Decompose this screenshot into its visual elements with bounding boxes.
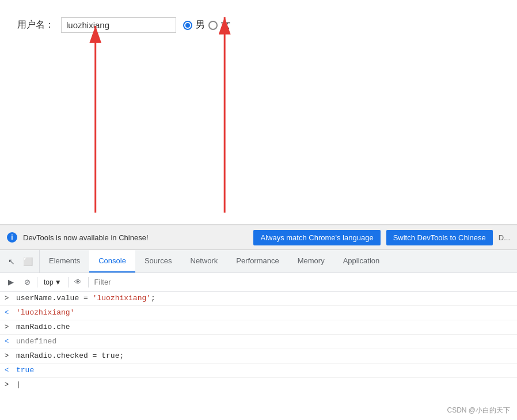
watermark: CSDN @小白的天下 — [447, 406, 510, 415]
line-3-text: manRadio.che — [16, 321, 70, 333]
radio-woman-label: 女 — [221, 19, 230, 31]
console-line-1: > userName.value = 'luozhixiang'; — [0, 292, 517, 306]
tab-performance[interactable]: Performance — [227, 250, 288, 273]
username-input[interactable] — [61, 17, 176, 33]
tab-elements[interactable]: Elements — [40, 250, 89, 273]
line-prefix-4: < — [5, 336, 14, 347]
line-prefix-2: < — [5, 307, 14, 319]
tab-sources[interactable]: Sources — [135, 250, 181, 273]
radio-man[interactable] — [183, 21, 192, 30]
tab-application[interactable]: Application — [334, 250, 389, 273]
line-5-text: manRadio.checked = true; — [16, 350, 124, 362]
block-button[interactable]: ⊘ — [21, 276, 33, 289]
tab-console[interactable]: Console — [89, 250, 135, 273]
arrows-svg — [0, 0, 517, 224]
execute-button[interactable]: ▶ — [5, 276, 17, 289]
console-output: > userName.value = 'luozhixiang'; < 'luo… — [0, 292, 517, 420]
radio-woman[interactable] — [208, 21, 218, 30]
radio-man-label: 男 — [196, 19, 205, 31]
devtools-notification: i DevTools is now available in Chinese! … — [0, 225, 517, 250]
line-prefix-7: > — [5, 379, 14, 391]
radio-group: 男 女 — [183, 19, 230, 31]
username-label: 用户名： — [17, 19, 54, 31]
notification-extra: D... — [499, 233, 510, 242]
toolbar-divider — [37, 277, 37, 287]
cursor-line: | — [16, 379, 21, 391]
switch-devtools-button[interactable]: Switch DevTools to Chinese — [386, 230, 493, 245]
line-4-text: undefined — [16, 336, 56, 347]
tab-icon-group: ↖ ⬜ — [0, 250, 40, 273]
console-line-7[interactable]: > | — [0, 378, 517, 392]
devtools-tabs: ↖ ⬜ Elements Console Sources Network Per… — [0, 250, 517, 273]
console-line-2: < 'luozhixiang' — [0, 306, 517, 320]
console-line-3: > manRadio.che — [0, 320, 517, 335]
line-prefix-3: > — [5, 321, 14, 333]
page-area: 用户名： 男 女 — [0, 0, 517, 225]
line-1-text: userName.value = 'luozhixiang'; — [16, 293, 155, 304]
tab-network[interactable]: Network — [181, 250, 227, 273]
line-prefix-6: < — [5, 365, 14, 376]
tab-memory[interactable]: Memory — [288, 250, 334, 273]
line-prefix-1: > — [5, 293, 14, 304]
console-line-5: > manRadio.checked = true; — [0, 349, 517, 364]
line-6-text: true — [16, 365, 34, 376]
device-tool-icon[interactable]: ⬜ — [21, 255, 35, 268]
cursor-tool-icon[interactable]: ↖ — [5, 255, 18, 268]
eye-button[interactable]: 👁 — [72, 276, 85, 289]
filter-input[interactable] — [92, 277, 512, 287]
notification-text: DevTools is now available in Chinese! — [23, 233, 248, 242]
console-line-6: < true — [0, 364, 517, 378]
context-selector[interactable]: top ▼ — [41, 277, 64, 288]
info-icon: i — [7, 232, 17, 243]
toolbar-divider3 — [88, 277, 89, 287]
toolbar-divider2 — [68, 277, 69, 287]
form-row: 用户名： 男 女 — [17, 17, 500, 33]
console-toolbar: ▶ ⊘ top ▼ 👁 — [0, 273, 517, 292]
match-language-button[interactable]: Always match Chrome's language — [253, 230, 380, 245]
line-2-text: 'luozhixiang' — [16, 307, 74, 319]
console-line-4: < undefined — [0, 335, 517, 349]
line-prefix-5: > — [5, 350, 14, 362]
